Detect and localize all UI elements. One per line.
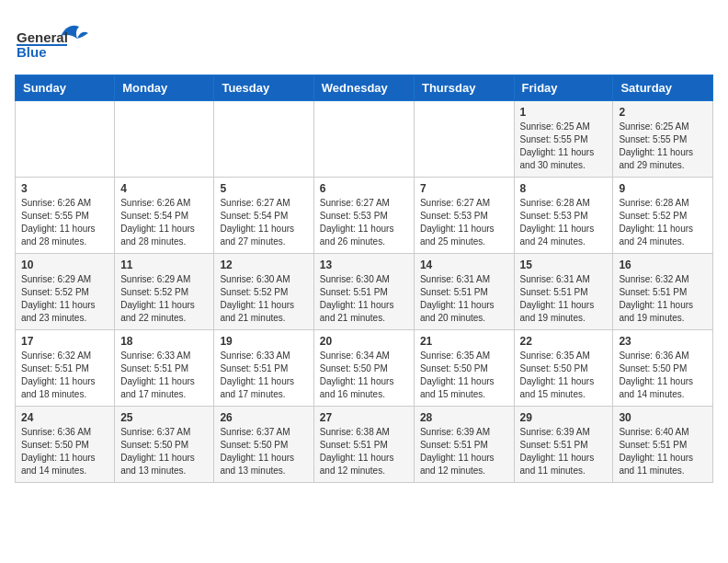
day-number: 26 (220, 411, 307, 424)
calendar-header: SundayMondayTuesdayWednesdayThursdayFrid… (16, 75, 713, 101)
calendar-cell: 23Sunrise: 6:36 AM Sunset: 5:50 PM Dayli… (613, 330, 713, 407)
day-info: Sunrise: 6:26 AM Sunset: 5:55 PM Dayligh… (21, 197, 108, 248)
day-number: 18 (120, 335, 208, 348)
calendar-week-row: 1Sunrise: 6:25 AM Sunset: 5:55 PM Daylig… (16, 101, 713, 178)
day-number: 13 (320, 259, 408, 271)
day-info: Sunrise: 6:27 AM Sunset: 5:53 PM Dayligh… (420, 197, 508, 248)
day-number: 24 (21, 411, 108, 424)
day-number: 4 (120, 182, 208, 195)
day-number: 9 (619, 182, 707, 195)
calendar-cell: 18Sunrise: 6:33 AM Sunset: 5:51 PM Dayli… (115, 330, 214, 407)
day-info: Sunrise: 6:38 AM Sunset: 5:51 PM Dayligh… (320, 426, 408, 477)
calendar-cell: 29Sunrise: 6:39 AM Sunset: 5:51 PM Dayli… (514, 407, 613, 483)
day-info: Sunrise: 6:40 AM Sunset: 5:51 PM Dayligh… (619, 426, 707, 477)
day-info: Sunrise: 6:27 AM Sunset: 5:53 PM Dayligh… (320, 197, 408, 248)
day-info: Sunrise: 6:39 AM Sunset: 5:51 PM Dayligh… (520, 426, 608, 477)
day-number: 8 (520, 182, 608, 195)
day-info: Sunrise: 6:33 AM Sunset: 5:51 PM Dayligh… (220, 350, 307, 401)
day-number: 25 (120, 411, 208, 424)
day-number: 28 (420, 411, 508, 424)
day-number: 17 (21, 335, 108, 348)
day-of-week-header: Thursday (414, 75, 514, 101)
day-info: Sunrise: 6:37 AM Sunset: 5:50 PM Dayligh… (120, 426, 208, 477)
day-number: 11 (120, 259, 208, 271)
day-of-week-header: Tuesday (214, 75, 313, 101)
calendar-cell: 11Sunrise: 6:29 AM Sunset: 5:52 PM Dayli… (115, 254, 214, 330)
day-info: Sunrise: 6:25 AM Sunset: 5:55 PM Dayligh… (520, 121, 608, 172)
calendar-cell: 27Sunrise: 6:38 AM Sunset: 5:51 PM Dayli… (313, 407, 414, 483)
calendar-cell: 19Sunrise: 6:33 AM Sunset: 5:51 PM Dayli… (214, 330, 313, 407)
day-number: 15 (520, 259, 608, 271)
calendar-cell: 25Sunrise: 6:37 AM Sunset: 5:50 PM Dayli… (115, 407, 214, 483)
day-number: 1 (520, 106, 608, 119)
calendar-cell: 17Sunrise: 6:32 AM Sunset: 5:51 PM Dayli… (16, 330, 115, 407)
calendar-cell (313, 101, 414, 178)
day-of-week-header: Wednesday (313, 75, 414, 101)
calendar-table: SundayMondayTuesdayWednesdayThursdayFrid… (15, 75, 713, 483)
day-info: Sunrise: 6:34 AM Sunset: 5:50 PM Dayligh… (320, 350, 408, 401)
calendar-cell: 3Sunrise: 6:26 AM Sunset: 5:55 PM Daylig… (16, 178, 115, 254)
calendar-cell: 2Sunrise: 6:25 AM Sunset: 5:55 PM Daylig… (613, 101, 713, 178)
calendar-cell: 30Sunrise: 6:40 AM Sunset: 5:51 PM Dayli… (613, 407, 713, 483)
calendar-week-row: 24Sunrise: 6:36 AM Sunset: 5:50 PM Dayli… (16, 407, 713, 483)
day-number: 12 (220, 259, 307, 271)
day-info: Sunrise: 6:25 AM Sunset: 5:55 PM Dayligh… (619, 121, 707, 172)
calendar-cell: 15Sunrise: 6:31 AM Sunset: 5:51 PM Dayli… (514, 254, 613, 330)
calendar-cell: 28Sunrise: 6:39 AM Sunset: 5:51 PM Dayli… (414, 407, 514, 483)
day-info: Sunrise: 6:29 AM Sunset: 5:52 PM Dayligh… (21, 273, 108, 325)
day-number: 19 (220, 335, 307, 348)
calendar-cell (16, 101, 115, 178)
day-number: 16 (619, 259, 707, 271)
calendar-cell: 22Sunrise: 6:35 AM Sunset: 5:50 PM Dayli… (514, 330, 613, 407)
day-info: Sunrise: 6:30 AM Sunset: 5:52 PM Dayligh… (220, 273, 307, 325)
day-info: Sunrise: 6:28 AM Sunset: 5:53 PM Dayligh… (520, 197, 608, 248)
day-info: Sunrise: 6:39 AM Sunset: 5:51 PM Dayligh… (420, 426, 508, 477)
day-number: 20 (320, 335, 408, 348)
calendar-cell: 8Sunrise: 6:28 AM Sunset: 5:53 PM Daylig… (514, 178, 613, 254)
calendar-cell: 14Sunrise: 6:31 AM Sunset: 5:51 PM Dayli… (414, 254, 514, 330)
day-number: 29 (520, 411, 608, 424)
calendar-cell (115, 101, 214, 178)
calendar-week-row: 10Sunrise: 6:29 AM Sunset: 5:52 PM Dayli… (16, 254, 713, 330)
calendar-cell: 12Sunrise: 6:30 AM Sunset: 5:52 PM Dayli… (214, 254, 313, 330)
day-number: 2 (619, 106, 707, 119)
day-number: 27 (320, 411, 408, 424)
svg-text:General: General (17, 29, 68, 45)
day-number: 21 (420, 335, 508, 348)
calendar-cell: 6Sunrise: 6:27 AM Sunset: 5:53 PM Daylig… (313, 178, 414, 254)
day-info: Sunrise: 6:33 AM Sunset: 5:51 PM Dayligh… (120, 350, 208, 401)
svg-text:Blue: Blue (17, 44, 47, 60)
day-info: Sunrise: 6:27 AM Sunset: 5:54 PM Dayligh… (220, 197, 307, 248)
logo-svg: General Blue (15, 15, 97, 65)
calendar-week-row: 17Sunrise: 6:32 AM Sunset: 5:51 PM Dayli… (16, 330, 713, 407)
day-info: Sunrise: 6:37 AM Sunset: 5:50 PM Dayligh… (220, 426, 307, 477)
day-info: Sunrise: 6:29 AM Sunset: 5:52 PM Dayligh… (120, 273, 208, 325)
calendar-cell: 5Sunrise: 6:27 AM Sunset: 5:54 PM Daylig… (214, 178, 313, 254)
day-of-week-header: Friday (514, 75, 613, 101)
day-number: 5 (220, 182, 307, 195)
day-info: Sunrise: 6:36 AM Sunset: 5:50 PM Dayligh… (619, 350, 707, 401)
day-of-week-header: Monday (115, 75, 214, 101)
calendar-cell: 4Sunrise: 6:26 AM Sunset: 5:54 PM Daylig… (115, 178, 214, 254)
day-info: Sunrise: 6:36 AM Sunset: 5:50 PM Dayligh… (21, 426, 108, 477)
calendar-cell: 10Sunrise: 6:29 AM Sunset: 5:52 PM Dayli… (16, 254, 115, 330)
calendar-cell: 7Sunrise: 6:27 AM Sunset: 5:53 PM Daylig… (414, 178, 514, 254)
calendar-cell: 24Sunrise: 6:36 AM Sunset: 5:50 PM Dayli… (16, 407, 115, 483)
days-of-week-row: SundayMondayTuesdayWednesdayThursdayFrid… (16, 75, 713, 101)
calendar-cell: 21Sunrise: 6:35 AM Sunset: 5:50 PM Dayli… (414, 330, 514, 407)
day-number: 23 (619, 335, 707, 348)
day-info: Sunrise: 6:31 AM Sunset: 5:51 PM Dayligh… (420, 273, 508, 325)
calendar-cell (414, 101, 514, 178)
calendar-body: 1Sunrise: 6:25 AM Sunset: 5:55 PM Daylig… (16, 101, 713, 483)
day-number: 30 (619, 411, 707, 424)
page-header: General Blue (15, 15, 713, 65)
calendar-cell (214, 101, 313, 178)
day-number: 6 (320, 182, 408, 195)
calendar-cell: 26Sunrise: 6:37 AM Sunset: 5:50 PM Dayli… (214, 407, 313, 483)
day-info: Sunrise: 6:31 AM Sunset: 5:51 PM Dayligh… (520, 273, 608, 325)
day-of-week-header: Sunday (16, 75, 115, 101)
day-of-week-header: Saturday (613, 75, 713, 101)
day-info: Sunrise: 6:32 AM Sunset: 5:51 PM Dayligh… (21, 350, 108, 401)
day-number: 3 (21, 182, 108, 195)
calendar-cell: 9Sunrise: 6:28 AM Sunset: 5:52 PM Daylig… (613, 178, 713, 254)
